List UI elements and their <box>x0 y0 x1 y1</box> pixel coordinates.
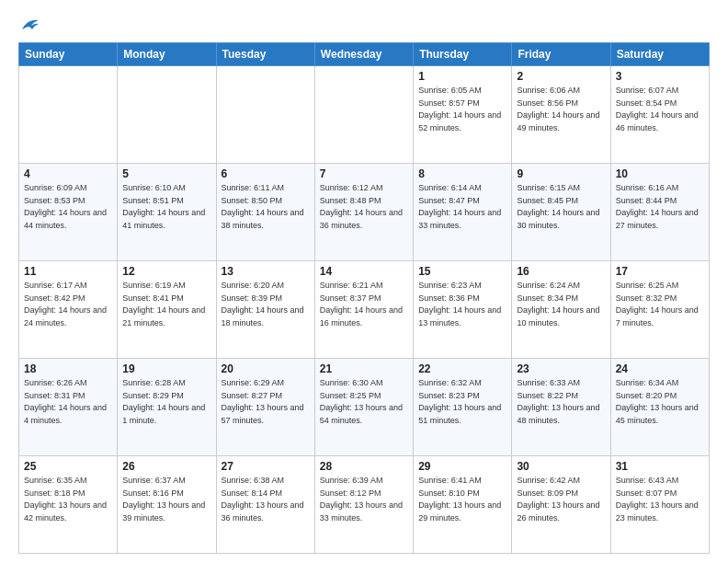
calendar-cell: 18Sunrise: 6:26 AMSunset: 8:31 PMDayligh… <box>19 359 118 456</box>
calendar-cell: 30Sunrise: 6:42 AMSunset: 8:09 PMDayligh… <box>512 456 610 554</box>
calendar-cell <box>314 66 413 164</box>
calendar-cell: 11Sunrise: 6:17 AMSunset: 8:42 PMDayligh… <box>19 261 118 359</box>
day-number: 31 <box>616 460 704 473</box>
day-number: 5 <box>122 167 210 180</box>
day-number: 13 <box>222 265 310 278</box>
weekday-header-monday: Monday <box>118 43 216 66</box>
day-info: Sunrise: 6:07 AMSunset: 8:54 PMDaylight:… <box>616 85 704 134</box>
day-number: 26 <box>122 460 210 473</box>
day-number: 7 <box>320 167 408 180</box>
day-number: 4 <box>24 167 112 180</box>
day-number: 17 <box>616 265 704 278</box>
day-info: Sunrise: 6:23 AMSunset: 8:36 PMDaylight:… <box>418 280 506 329</box>
day-number: 8 <box>418 167 506 180</box>
page: SundayMondayTuesdayWednesdayThursdayFrid… <box>0 0 728 563</box>
day-info: Sunrise: 6:10 AMSunset: 8:51 PMDaylight:… <box>122 182 210 232</box>
day-number: 11 <box>24 265 112 278</box>
day-info: Sunrise: 6:39 AMSunset: 8:12 PMDaylight:… <box>320 475 408 524</box>
weekday-header-saturday: Saturday <box>610 43 709 66</box>
day-number: 19 <box>122 362 210 375</box>
calendar-cell: 22Sunrise: 6:32 AMSunset: 8:23 PMDayligh… <box>414 359 512 456</box>
calendar-cell: 9Sunrise: 6:15 AMSunset: 8:45 PMDaylight… <box>512 164 610 261</box>
day-info: Sunrise: 6:43 AMSunset: 8:07 PMDaylight:… <box>616 475 704 524</box>
day-number: 20 <box>222 362 310 375</box>
day-number: 1 <box>418 70 506 83</box>
day-info: Sunrise: 6:35 AMSunset: 8:18 PMDaylight:… <box>24 475 112 524</box>
day-info: Sunrise: 6:05 AMSunset: 8:57 PMDaylight:… <box>418 85 506 134</box>
day-info: Sunrise: 6:19 AMSunset: 8:41 PMDaylight:… <box>122 280 210 329</box>
logo-bird-icon <box>20 17 40 33</box>
week-row-2: 4Sunrise: 6:09 AMSunset: 8:53 PMDaylight… <box>19 164 710 261</box>
calendar-cell <box>19 66 118 164</box>
calendar-cell: 2Sunrise: 6:06 AMSunset: 8:56 PMDaylight… <box>512 66 610 164</box>
day-number: 14 <box>320 265 408 278</box>
day-number: 24 <box>616 362 704 375</box>
calendar-cell: 19Sunrise: 6:28 AMSunset: 8:29 PMDayligh… <box>118 359 216 456</box>
weekday-header-row: SundayMondayTuesdayWednesdayThursdayFrid… <box>19 43 710 66</box>
calendar-cell: 28Sunrise: 6:39 AMSunset: 8:12 PMDayligh… <box>314 456 413 554</box>
calendar-cell <box>216 66 314 164</box>
day-info: Sunrise: 6:26 AMSunset: 8:31 PMDaylight:… <box>24 377 112 427</box>
calendar-cell: 7Sunrise: 6:12 AMSunset: 8:48 PMDaylight… <box>314 164 413 261</box>
calendar-cell: 31Sunrise: 6:43 AMSunset: 8:07 PMDayligh… <box>610 456 709 554</box>
calendar-cell: 12Sunrise: 6:19 AMSunset: 8:41 PMDayligh… <box>118 261 216 359</box>
day-info: Sunrise: 6:30 AMSunset: 8:25 PMDaylight:… <box>320 377 408 427</box>
calendar-cell: 26Sunrise: 6:37 AMSunset: 8:16 PMDayligh… <box>118 456 216 554</box>
day-info: Sunrise: 6:09 AMSunset: 8:53 PMDaylight:… <box>24 182 112 232</box>
calendar-cell: 17Sunrise: 6:25 AMSunset: 8:32 PMDayligh… <box>610 261 709 359</box>
calendar-table: SundayMondayTuesdayWednesdayThursdayFrid… <box>18 42 710 554</box>
weekday-header-thursday: Thursday <box>414 43 512 66</box>
calendar-cell: 4Sunrise: 6:09 AMSunset: 8:53 PMDaylight… <box>19 164 118 261</box>
day-number: 23 <box>517 362 605 375</box>
day-number: 10 <box>616 167 704 180</box>
day-info: Sunrise: 6:21 AMSunset: 8:37 PMDaylight:… <box>320 280 408 329</box>
weekday-header-friday: Friday <box>512 43 610 66</box>
day-info: Sunrise: 6:34 AMSunset: 8:20 PMDaylight:… <box>616 377 704 427</box>
day-number: 16 <box>517 265 605 278</box>
day-number: 29 <box>418 460 506 473</box>
day-number: 15 <box>418 265 506 278</box>
calendar-cell: 23Sunrise: 6:33 AMSunset: 8:22 PMDayligh… <box>512 359 610 456</box>
day-number: 9 <box>517 167 605 180</box>
calendar-cell: 15Sunrise: 6:23 AMSunset: 8:36 PMDayligh… <box>414 261 512 359</box>
calendar-cell: 5Sunrise: 6:10 AMSunset: 8:51 PMDaylight… <box>118 164 216 261</box>
calendar-cell: 3Sunrise: 6:07 AMSunset: 8:54 PMDaylight… <box>610 66 709 164</box>
header <box>18 17 710 33</box>
day-number: 22 <box>418 362 506 375</box>
logo <box>18 17 40 33</box>
week-row-3: 11Sunrise: 6:17 AMSunset: 8:42 PMDayligh… <box>19 261 710 359</box>
week-row-4: 18Sunrise: 6:26 AMSunset: 8:31 PMDayligh… <box>19 359 710 456</box>
day-number: 21 <box>320 362 408 375</box>
day-info: Sunrise: 6:37 AMSunset: 8:16 PMDaylight:… <box>122 475 210 524</box>
day-number: 18 <box>24 362 112 375</box>
calendar-cell: 14Sunrise: 6:21 AMSunset: 8:37 PMDayligh… <box>314 261 413 359</box>
day-info: Sunrise: 6:38 AMSunset: 8:14 PMDaylight:… <box>222 475 310 524</box>
day-info: Sunrise: 6:14 AMSunset: 8:47 PMDaylight:… <box>418 182 506 232</box>
day-info: Sunrise: 6:17 AMSunset: 8:42 PMDaylight:… <box>24 280 112 329</box>
calendar-cell: 6Sunrise: 6:11 AMSunset: 8:50 PMDaylight… <box>216 164 314 261</box>
day-number: 27 <box>222 460 310 473</box>
week-row-1: 1Sunrise: 6:05 AMSunset: 8:57 PMDaylight… <box>19 66 710 164</box>
day-number: 12 <box>122 265 210 278</box>
day-number: 28 <box>320 460 408 473</box>
day-number: 3 <box>616 70 704 83</box>
calendar-cell: 25Sunrise: 6:35 AMSunset: 8:18 PMDayligh… <box>19 456 118 554</box>
day-info: Sunrise: 6:28 AMSunset: 8:29 PMDaylight:… <box>122 377 210 427</box>
weekday-header-wednesday: Wednesday <box>314 43 413 66</box>
calendar-cell: 10Sunrise: 6:16 AMSunset: 8:44 PMDayligh… <box>610 164 709 261</box>
day-info: Sunrise: 6:33 AMSunset: 8:22 PMDaylight:… <box>517 377 605 427</box>
calendar-cell: 29Sunrise: 6:41 AMSunset: 8:10 PMDayligh… <box>414 456 512 554</box>
day-info: Sunrise: 6:42 AMSunset: 8:09 PMDaylight:… <box>517 475 605 524</box>
day-info: Sunrise: 6:24 AMSunset: 8:34 PMDaylight:… <box>517 280 605 329</box>
day-info: Sunrise: 6:29 AMSunset: 8:27 PMDaylight:… <box>222 377 310 427</box>
calendar-cell: 8Sunrise: 6:14 AMSunset: 8:47 PMDaylight… <box>414 164 512 261</box>
calendar-cell: 16Sunrise: 6:24 AMSunset: 8:34 PMDayligh… <box>512 261 610 359</box>
day-number: 2 <box>517 70 605 83</box>
day-info: Sunrise: 6:41 AMSunset: 8:10 PMDaylight:… <box>418 475 506 524</box>
day-info: Sunrise: 6:11 AMSunset: 8:50 PMDaylight:… <box>222 182 310 232</box>
calendar-cell: 13Sunrise: 6:20 AMSunset: 8:39 PMDayligh… <box>216 261 314 359</box>
calendar-cell: 1Sunrise: 6:05 AMSunset: 8:57 PMDaylight… <box>414 66 512 164</box>
day-info: Sunrise: 6:15 AMSunset: 8:45 PMDaylight:… <box>517 182 605 232</box>
calendar-cell <box>118 66 216 164</box>
calendar-cell: 20Sunrise: 6:29 AMSunset: 8:27 PMDayligh… <box>216 359 314 456</box>
